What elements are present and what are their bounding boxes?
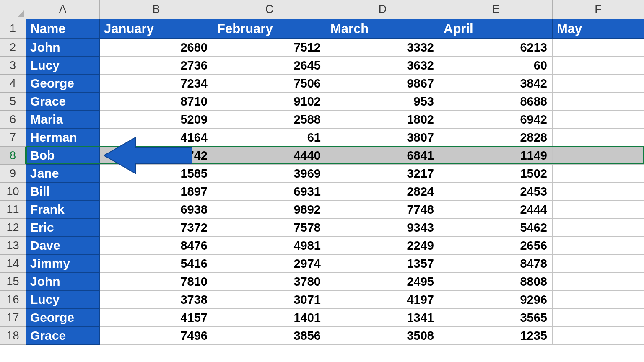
data-cell[interactable]: 2824: [326, 183, 439, 201]
data-cell[interactable]: 2645: [213, 57, 326, 75]
data-cell[interactable]: 9102: [213, 93, 326, 111]
data-cell[interactable]: 1585: [100, 165, 213, 183]
data-cell[interactable]: 1235: [439, 327, 553, 345]
data-cell[interactable]: 3632: [326, 57, 439, 75]
table-header-march[interactable]: March: [326, 19, 439, 39]
data-cell[interactable]: 7748: [326, 201, 439, 219]
name-cell[interactable]: Jane: [26, 165, 100, 183]
data-cell[interactable]: 953: [326, 93, 439, 111]
row-header-18[interactable]: 18: [0, 327, 26, 345]
data-cell[interactable]: 7372: [100, 219, 213, 237]
row-header-1[interactable]: 1: [0, 19, 26, 39]
name-cell[interactable]: George: [26, 75, 100, 93]
data-cell[interactable]: 3332: [326, 39, 439, 57]
data-cell[interactable]: 3807: [326, 129, 439, 147]
data-cell[interactable]: 3969: [213, 165, 326, 183]
table-header-january[interactable]: January: [100, 19, 213, 39]
data-cell[interactable]: 4197: [326, 291, 439, 309]
data-cell[interactable]: [553, 291, 644, 309]
row-header-17[interactable]: 17: [0, 309, 26, 327]
name-cell[interactable]: Lucy: [26, 291, 100, 309]
row-header-10[interactable]: 10: [0, 183, 26, 201]
column-header-b[interactable]: B: [100, 0, 213, 19]
data-cell[interactable]: 5209: [100, 111, 213, 129]
data-cell[interactable]: 4440: [213, 147, 326, 165]
column-header-c[interactable]: C: [213, 0, 326, 19]
row-header-14[interactable]: 14: [0, 255, 26, 273]
data-cell[interactable]: 4981: [213, 237, 326, 255]
name-cell[interactable]: John: [26, 39, 100, 57]
row-header-3[interactable]: 3: [0, 57, 26, 75]
data-cell[interactable]: 7496: [100, 327, 213, 345]
name-cell[interactable]: Grace: [26, 327, 100, 345]
table-header-april[interactable]: April: [439, 19, 553, 39]
data-cell[interactable]: 4157: [100, 309, 213, 327]
name-cell[interactable]: Frank: [26, 201, 100, 219]
data-cell[interactable]: 3842: [439, 75, 553, 93]
data-cell[interactable]: 5416: [100, 255, 213, 273]
data-cell[interactable]: 3508: [326, 327, 439, 345]
name-cell[interactable]: Grace: [26, 93, 100, 111]
data-cell[interactable]: [553, 255, 644, 273]
data-cell[interactable]: [553, 309, 644, 327]
table-header-name[interactable]: Name: [26, 19, 100, 39]
data-cell[interactable]: 2495: [326, 273, 439, 291]
row-header-8[interactable]: 8: [0, 147, 26, 165]
data-cell[interactable]: 2249: [326, 237, 439, 255]
data-cell[interactable]: [553, 165, 644, 183]
data-cell[interactable]: 3071: [213, 291, 326, 309]
data-cell[interactable]: 9343: [326, 219, 439, 237]
data-cell[interactable]: 4164: [100, 129, 213, 147]
name-cell[interactable]: Dave: [26, 237, 100, 255]
data-cell[interactable]: 2656: [439, 237, 553, 255]
row-header-7[interactable]: 7: [0, 129, 26, 147]
data-cell[interactable]: 1149: [439, 147, 553, 165]
data-cell[interactable]: 1502: [439, 165, 553, 183]
data-cell[interactable]: 6938: [100, 201, 213, 219]
data-cell[interactable]: 2974: [213, 255, 326, 273]
data-cell[interactable]: [553, 219, 644, 237]
data-cell[interactable]: 3856: [213, 327, 326, 345]
data-cell[interactable]: [553, 75, 644, 93]
data-cell[interactable]: 3780: [213, 273, 326, 291]
row-header-15[interactable]: 15: [0, 273, 26, 291]
column-header-f[interactable]: F: [553, 0, 644, 19]
data-cell[interactable]: 8808: [439, 273, 553, 291]
column-header-e[interactable]: E: [439, 0, 553, 19]
data-cell[interactable]: 7234: [100, 75, 213, 93]
data-cell[interactable]: 2736: [100, 57, 213, 75]
data-cell[interactable]: [553, 273, 644, 291]
data-cell[interactable]: 1401: [213, 309, 326, 327]
data-cell[interactable]: 742: [100, 147, 213, 165]
name-cell[interactable]: Jimmy: [26, 255, 100, 273]
data-cell[interactable]: 2828: [439, 129, 553, 147]
data-cell[interactable]: 8476: [100, 237, 213, 255]
data-cell[interactable]: [553, 57, 644, 75]
column-header-a[interactable]: A: [26, 0, 100, 19]
data-cell[interactable]: 8710: [100, 93, 213, 111]
data-cell[interactable]: 8478: [439, 255, 553, 273]
data-cell[interactable]: 7810: [100, 273, 213, 291]
data-cell[interactable]: 2588: [213, 111, 326, 129]
row-header-16[interactable]: 16: [0, 291, 26, 309]
column-header-d[interactable]: D: [326, 0, 439, 19]
data-cell[interactable]: [553, 147, 644, 165]
data-cell[interactable]: [553, 39, 644, 57]
name-cell[interactable]: George: [26, 309, 100, 327]
row-header-2[interactable]: 2: [0, 39, 26, 57]
data-cell[interactable]: 1357: [326, 255, 439, 273]
name-cell[interactable]: Bill: [26, 183, 100, 201]
name-cell[interactable]: Lucy: [26, 57, 100, 75]
data-cell[interactable]: 61: [213, 129, 326, 147]
data-cell[interactable]: 3217: [326, 165, 439, 183]
row-header-9[interactable]: 9: [0, 165, 26, 183]
row-header-5[interactable]: 5: [0, 93, 26, 111]
row-header-11[interactable]: 11: [0, 201, 26, 219]
name-cell[interactable]: Herman: [26, 129, 100, 147]
data-cell[interactable]: 2444: [439, 201, 553, 219]
data-cell[interactable]: 3738: [100, 291, 213, 309]
data-cell[interactable]: [553, 111, 644, 129]
data-cell[interactable]: 1897: [100, 183, 213, 201]
table-header-february[interactable]: February: [213, 19, 326, 39]
data-cell[interactable]: 9892: [213, 201, 326, 219]
